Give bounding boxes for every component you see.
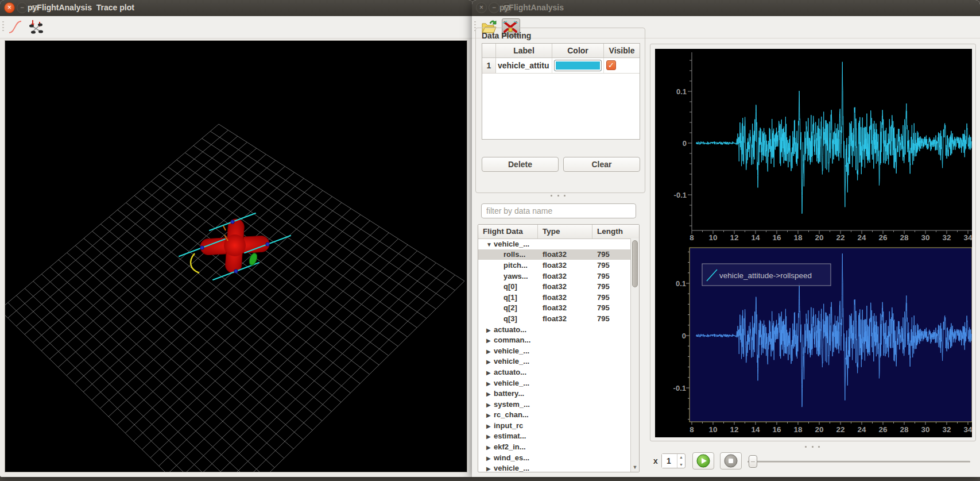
expand-arrow-icon[interactable]: ▶ bbox=[486, 455, 494, 461]
svg-text:vehicle_attitude->rollspeed: vehicle_attitude->rollspeed bbox=[719, 271, 812, 280]
color-swatch[interactable] bbox=[554, 60, 602, 71]
tree-row[interactable]: ▶actuato... bbox=[478, 367, 630, 378]
tree-row[interactable]: q[0]float32795 bbox=[478, 281, 630, 292]
slider-track[interactable] bbox=[747, 461, 970, 463]
tree-item-label: q[3] bbox=[503, 314, 517, 323]
column-label: Label bbox=[496, 44, 552, 57]
stop-button[interactable] bbox=[720, 452, 742, 470]
tree-row[interactable]: rolls...float32795 bbox=[478, 249, 630, 260]
expand-arrow-icon[interactable]: ▶ bbox=[486, 327, 494, 333]
spin-down-icon[interactable]: ▼ bbox=[677, 463, 685, 467]
expand-arrow-icon[interactable]: ▶ bbox=[486, 370, 494, 376]
expand-arrow-icon[interactable]: ▶ bbox=[486, 412, 494, 418]
3d-viewport[interactable] bbox=[5, 40, 467, 472]
tree-row[interactable]: ▶ekf2_in... bbox=[478, 441, 630, 452]
window-title: pyFlightAnalysis Trace plot bbox=[28, 3, 134, 12]
main-window: × − pyFlightAnalysis Data Plotting bbox=[472, 0, 980, 477]
svg-text:22: 22 bbox=[836, 233, 845, 242]
svg-text:0.1: 0.1 bbox=[676, 87, 687, 96]
main-titlebar[interactable]: × − pyFlightAnalysis bbox=[472, 0, 980, 16]
group-title: Data Plotting bbox=[482, 31, 531, 40]
expand-arrow-icon[interactable]: ▶ bbox=[486, 444, 494, 451]
expand-arrow-icon[interactable]: ▶ bbox=[486, 337, 494, 344]
svg-text:16: 16 bbox=[772, 233, 781, 242]
tree-row[interactable]: ▶vehicle_... bbox=[478, 463, 630, 472]
splitter-handle[interactable] bbox=[551, 195, 565, 197]
spinbox-value[interactable] bbox=[662, 454, 677, 468]
tree-item-label: battery... bbox=[494, 389, 524, 398]
speed-spinbox[interactable]: ▲ ▼ bbox=[661, 453, 685, 468]
svg-text:34: 34 bbox=[963, 425, 972, 434]
svg-text:10: 10 bbox=[708, 233, 717, 242]
scrollbar-thumb[interactable] bbox=[632, 240, 638, 287]
expand-arrow-icon[interactable]: ▶ bbox=[486, 348, 494, 355]
expand-arrow-icon[interactable]: ▶ bbox=[486, 391, 494, 397]
tree-row[interactable]: ▶rc_chan... bbox=[478, 410, 630, 421]
curve-tool-button[interactable] bbox=[7, 18, 24, 36]
tree-row[interactable]: ▶wind_es... bbox=[478, 452, 630, 463]
delete-button[interactable]: Delete bbox=[482, 157, 559, 172]
tree-item-label: vehicle_... bbox=[494, 379, 529, 387]
tree-item-label: input_rc bbox=[494, 421, 523, 430]
tree-row[interactable]: q[1]float32795 bbox=[478, 292, 630, 303]
flight-data-tree: Flight Data Type Length ▼vehicle_...roll… bbox=[478, 224, 640, 472]
row-label: vehicle_attitu bbox=[496, 58, 552, 73]
trace-marker-icon bbox=[28, 18, 45, 36]
scroll-down-button[interactable]: ▼ bbox=[632, 463, 638, 471]
row-visible-cell[interactable]: ✓ bbox=[604, 58, 640, 73]
tree-row[interactable]: ▶actuato... bbox=[478, 324, 630, 335]
tree-row[interactable]: yaws...float32795 bbox=[478, 271, 630, 282]
tree-row[interactable]: q[2]float32795 bbox=[478, 303, 630, 314]
svg-text:30: 30 bbox=[921, 233, 929, 242]
minimize-button[interactable]: − bbox=[17, 2, 28, 13]
svg-text:8: 8 bbox=[690, 233, 694, 242]
tree-row[interactable]: q[3]float32795 bbox=[478, 313, 630, 324]
expand-arrow-icon[interactable]: ▶ bbox=[486, 433, 494, 440]
tree-row[interactable]: ▶vehicle_... bbox=[478, 378, 630, 388]
tree-item-length: 795 bbox=[592, 250, 630, 259]
collapse-arrow-icon[interactable]: ▼ bbox=[486, 241, 494, 248]
toolbar-grip[interactable] bbox=[2, 21, 4, 33]
plot-canvas[interactable]: 0.10-0.18101214161820222426283032340.10-… bbox=[655, 49, 972, 437]
trace-plot-window: × − pyFlightAnalysis Trace plot bbox=[0, 0, 473, 477]
splitter-handle[interactable] bbox=[805, 446, 820, 448]
tree-item-length: 795 bbox=[592, 261, 630, 270]
row-color-cell[interactable] bbox=[552, 58, 604, 73]
play-button[interactable] bbox=[692, 452, 714, 470]
svg-text:30: 30 bbox=[921, 425, 929, 434]
tree-item-length: 795 bbox=[592, 272, 630, 280]
clear-button[interactable]: Clear bbox=[563, 157, 640, 172]
filter-input[interactable] bbox=[481, 203, 636, 218]
window-title: pyFlightAnalysis bbox=[499, 3, 564, 12]
tree-row[interactable]: ▶vehicle_... bbox=[478, 356, 630, 367]
tree-scrollbar[interactable]: ▼ bbox=[630, 238, 639, 472]
expand-arrow-icon[interactable]: ▶ bbox=[486, 402, 494, 408]
tree-row[interactable]: ▼vehicle_... bbox=[478, 238, 630, 249]
visible-checkbox[interactable]: ✓ bbox=[606, 60, 616, 70]
spin-up-icon[interactable]: ▲ bbox=[677, 455, 685, 459]
close-button[interactable]: × bbox=[476, 2, 487, 13]
spinbox-arrows[interactable]: ▲ ▼ bbox=[677, 454, 685, 468]
slider-handle[interactable] bbox=[749, 455, 757, 468]
table-row[interactable]: 1 vehicle_attitu ✓ bbox=[482, 58, 640, 74]
tree-row[interactable]: pitch...float32795 bbox=[478, 260, 630, 271]
tree-item-label: vehicle_... bbox=[494, 464, 529, 472]
tree-item-label: vehicle_... bbox=[494, 240, 529, 248]
tree-row[interactable]: ▶input_rc bbox=[478, 420, 630, 431]
tree-row[interactable]: ▶system_... bbox=[478, 399, 630, 410]
tree-row[interactable]: ▶comman... bbox=[478, 334, 630, 345]
tree-row[interactable]: ▶battery... bbox=[478, 388, 630, 399]
expand-arrow-icon[interactable]: ▶ bbox=[486, 465, 494, 472]
trace-marker-tool-button[interactable] bbox=[28, 18, 45, 36]
minimize-button[interactable]: − bbox=[489, 2, 499, 13]
tree-row[interactable]: ▶vehicle_... bbox=[478, 345, 630, 356]
expand-arrow-icon[interactable]: ▶ bbox=[486, 423, 494, 429]
stop-icon bbox=[724, 454, 738, 468]
tree-row[interactable]: ▶estimat... bbox=[478, 431, 630, 442]
svg-text:28: 28 bbox=[900, 425, 909, 434]
expand-arrow-icon[interactable]: ▶ bbox=[486, 359, 494, 365]
expand-arrow-icon[interactable]: ▶ bbox=[486, 380, 494, 387]
trace-plot-titlebar[interactable]: × − pyFlightAnalysis Trace plot bbox=[0, 0, 473, 16]
time-slider[interactable] bbox=[747, 455, 970, 468]
close-button[interactable]: × bbox=[4, 2, 15, 13]
